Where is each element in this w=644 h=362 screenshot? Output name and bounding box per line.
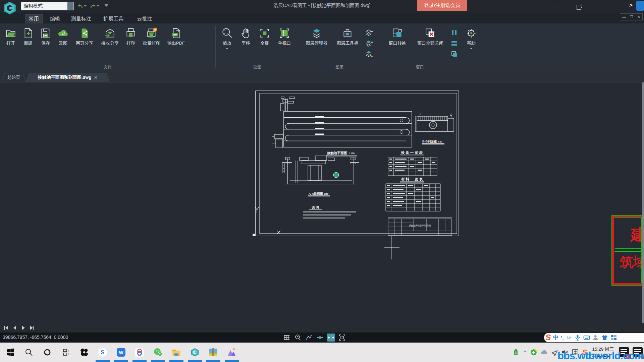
previous-layout-button[interactable] bbox=[12, 325, 17, 330]
usb-tray-icon[interactable] bbox=[513, 349, 519, 356]
cloud-icon bbox=[57, 27, 69, 39]
plan-outlet-detail bbox=[272, 134, 283, 148]
svg-text:材 料 一 览 表: 材 料 一 览 表 bbox=[401, 177, 423, 181]
cascade-windows-button[interactable] bbox=[450, 50, 459, 58]
login-register-button[interactable]: 登录/注册送会员 bbox=[417, 0, 467, 11]
print-button[interactable]: 打印 bbox=[123, 25, 139, 60]
edit-mode-combobox[interactable]: 编辑模式 bbox=[21, 2, 74, 10]
web-share-button[interactable]: 网页分享 bbox=[72, 25, 97, 60]
undo-dropdown-caret[interactable] bbox=[84, 5, 87, 8]
360-tray-icon[interactable] bbox=[530, 349, 537, 356]
airplane-mode-icon[interactable] bbox=[551, 349, 558, 356]
tab-cloud-annotate[interactable]: 云批注 bbox=[133, 14, 156, 23]
customize-caret bbox=[105, 5, 108, 8]
tab-measure[interactable]: 测量标注 bbox=[68, 14, 95, 23]
vertical-scrollbar[interactable] bbox=[642, 82, 644, 323]
sogou-logo-icon[interactable]: S bbox=[545, 334, 551, 342]
doc-restore-button[interactable]: ❐ bbox=[630, 15, 633, 19]
close-document-icon[interactable]: ✕ bbox=[94, 75, 98, 80]
new-button[interactable]: 新建 bbox=[19, 25, 37, 60]
ribbon-group-view: 缩放 平移 全屏 bbox=[216, 23, 299, 71]
tile-vertical-button[interactable] bbox=[450, 28, 459, 37]
first-layout-button[interactable] bbox=[3, 325, 9, 330]
single-viewport-button[interactable]: 单视口 bbox=[274, 25, 295, 60]
mountain-app-icon[interactable] bbox=[227, 343, 237, 362]
snap-toggle[interactable] bbox=[316, 334, 324, 342]
plan-inlet-detail bbox=[280, 97, 294, 111]
search-button[interactable] bbox=[24, 343, 34, 362]
archive-app-icon[interactable] bbox=[208, 343, 218, 362]
tab-edit[interactable]: 编辑 bbox=[47, 14, 63, 23]
redo-button[interactable] bbox=[90, 3, 99, 9]
redo-dropdown-caret[interactable] bbox=[97, 5, 99, 8]
windows-taskbar: S W bbox=[0, 343, 644, 362]
open-button[interactable]: 打开 bbox=[2, 25, 19, 60]
tab-common[interactable]: 常用 bbox=[25, 14, 43, 23]
svg-text:PDF: PDF bbox=[173, 34, 177, 36]
start-button[interactable] bbox=[5, 343, 15, 362]
layer-toolbar-button[interactable]: 图层工具栏 bbox=[332, 25, 363, 60]
maximize-button[interactable] bbox=[572, 0, 586, 11]
save-button[interactable]: 保存 bbox=[37, 25, 54, 60]
file-explorer-icon[interactable] bbox=[171, 343, 181, 362]
cloud-drawing-button[interactable]: 云图 bbox=[54, 25, 72, 60]
ime-keyboard-button[interactable] bbox=[583, 334, 590, 341]
sogou-app-icon[interactable]: S bbox=[98, 343, 108, 362]
stamp-inner: 建 筑域 bbox=[614, 217, 642, 283]
tile-horizontal-button[interactable] bbox=[450, 39, 459, 48]
ime-punctuation-toggle[interactable]: ’, bbox=[561, 335, 564, 341]
drawing-canvas[interactable]: 接触池平面图1:100 B-B剖面 bbox=[0, 82, 644, 323]
help-button[interactable]: 帮助 bbox=[462, 25, 480, 60]
cloud-tray-icon[interactable] bbox=[541, 349, 547, 356]
window-switch-button[interactable]: 窗口转换 bbox=[382, 25, 413, 60]
tab-active-document[interactable]: 接触池平面图和剖面图.dwg ✕ bbox=[26, 73, 109, 82]
overlay-tool-icon[interactable] bbox=[636, 1, 644, 11]
hidden-icons-chevron[interactable]: ⌃ bbox=[523, 350, 527, 355]
combobox-thumb[interactable] bbox=[67, 2, 73, 10]
converge-toggle-active[interactable] bbox=[327, 334, 335, 342]
doc-close-button[interactable]: ✕ bbox=[637, 15, 640, 19]
wps-app-icon[interactable]: W bbox=[116, 343, 126, 362]
selection-box-toggle[interactable] bbox=[338, 334, 346, 342]
pan-button[interactable]: 平移 bbox=[236, 25, 255, 60]
wechat-app-icon[interactable] bbox=[153, 343, 163, 362]
fullscreen-button[interactable]: 全屏 bbox=[255, 25, 274, 60]
undo-button[interactable] bbox=[77, 3, 87, 9]
ime-mic-button[interactable] bbox=[574, 334, 581, 341]
pinwheel-app-icon[interactable] bbox=[79, 343, 89, 362]
customize-toolbar-button[interactable] bbox=[105, 4, 108, 8]
ime-toolbox-button[interactable] bbox=[610, 334, 617, 341]
close-all-windows-button[interactable]: 窗口全部关闭 bbox=[413, 25, 448, 60]
help-dropdown-caret[interactable] bbox=[470, 48, 473, 51]
layer-lock-button[interactable] bbox=[365, 50, 374, 58]
ime-emoji-button[interactable]: ☺ bbox=[566, 334, 572, 341]
haochen-cad-icon[interactable] bbox=[190, 343, 200, 362]
layer-on-button[interactable] bbox=[365, 28, 374, 37]
last-layout-button[interactable] bbox=[30, 325, 35, 330]
next-layout-button[interactable] bbox=[21, 325, 26, 330]
ime-skin-button[interactable] bbox=[601, 334, 608, 341]
cortana-button[interactable] bbox=[42, 343, 52, 362]
ime-language-toggle[interactable]: 中 bbox=[553, 334, 558, 341]
layer-state-icon bbox=[366, 40, 373, 47]
grid-toggle[interactable] bbox=[283, 334, 291, 342]
section-a-view: A-A剖面图1:50 bbox=[282, 156, 359, 197]
tab-ext-tools[interactable]: 扩展工具 bbox=[100, 14, 127, 23]
polyline-toggle[interactable] bbox=[305, 334, 313, 342]
zoom-dropdown-caret[interactable] bbox=[226, 48, 228, 51]
task-view-button[interactable] bbox=[61, 343, 71, 362]
layer-toolbar-icon bbox=[342, 27, 353, 39]
tab-start-page[interactable]: 起始页 bbox=[2, 73, 26, 82]
rings-app-icon[interactable] bbox=[135, 343, 145, 362]
zoom-realtime-toggle[interactable] bbox=[294, 334, 302, 342]
zoom-button[interactable]: 缩放 bbox=[218, 25, 236, 60]
layer-manager-button[interactable]: 图层管理器 bbox=[301, 25, 332, 60]
ribbon-group-layer: 图层管理器 图层工具栏 bbox=[299, 23, 380, 71]
minimize-button[interactable]: — bbox=[549, 0, 564, 11]
batch-print-button[interactable]: V 批量打印 bbox=[139, 25, 164, 60]
ime-account-button[interactable]: 11 bbox=[592, 334, 599, 341]
receive-share-button[interactable]: 接收分享 bbox=[97, 25, 123, 60]
layer-freeze-button[interactable] bbox=[365, 39, 374, 48]
doc-minimize-button[interactable]: — bbox=[622, 15, 626, 19]
export-pdf-button[interactable]: PDF 输出PDF bbox=[164, 25, 188, 60]
